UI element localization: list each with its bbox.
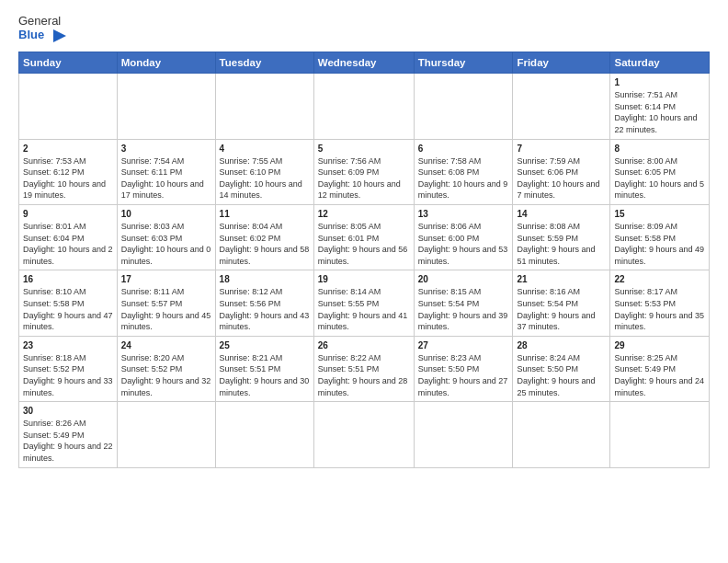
day-info: Sunrise: 8:11 AM Sunset: 5:57 PM Dayligh… (121, 286, 211, 332)
calendar-header-row: Sunday Monday Tuesday Wednesday Thursday… (19, 52, 710, 74)
day-info: Sunrise: 8:00 AM Sunset: 6:05 PM Dayligh… (614, 155, 705, 201)
day-number: 18 (220, 273, 310, 286)
table-row (117, 402, 215, 467)
calendar-week-row: 1Sunrise: 7:51 AM Sunset: 6:14 PM Daylig… (19, 74, 710, 139)
day-info: Sunrise: 7:56 AM Sunset: 6:09 PM Dayligh… (318, 155, 410, 201)
day-info: Sunrise: 8:08 AM Sunset: 5:59 PM Dayligh… (517, 221, 606, 267)
day-info: Sunrise: 7:55 AM Sunset: 6:10 PM Dayligh… (220, 155, 310, 201)
day-info: Sunrise: 8:17 AM Sunset: 5:53 PM Dayligh… (614, 286, 705, 332)
day-info: Sunrise: 8:26 AM Sunset: 5:49 PM Dayligh… (23, 418, 113, 464)
day-info: Sunrise: 8:09 AM Sunset: 5:58 PM Dayligh… (614, 221, 705, 267)
table-row: 13Sunrise: 8:06 AM Sunset: 6:00 PM Dayli… (414, 205, 513, 270)
day-number: 4 (220, 143, 310, 155)
day-info: Sunrise: 8:20 AM Sunset: 5:52 PM Dayligh… (121, 352, 211, 398)
calendar-week-row: 2Sunrise: 7:53 AM Sunset: 6:12 PM Daylig… (19, 139, 710, 204)
table-row (313, 74, 414, 139)
table-row: 14Sunrise: 8:08 AM Sunset: 5:59 PM Dayli… (513, 205, 610, 270)
svg-marker-0 (53, 29, 66, 42)
day-info: Sunrise: 8:01 AM Sunset: 6:04 PM Dayligh… (23, 221, 113, 267)
table-row: 30Sunrise: 8:26 AM Sunset: 5:49 PM Dayli… (19, 402, 118, 467)
table-row (414, 74, 513, 139)
table-row: 12Sunrise: 8:05 AM Sunset: 6:01 PM Dayli… (313, 205, 414, 270)
col-tuesday: Tuesday (215, 52, 313, 74)
day-number: 30 (23, 405, 113, 418)
day-info: Sunrise: 8:03 AM Sunset: 6:03 PM Dayligh… (121, 221, 211, 267)
col-wednesday: Wednesday (313, 52, 414, 74)
day-number: 21 (517, 273, 606, 286)
col-saturday: Saturday (610, 52, 710, 74)
day-number: 25 (220, 339, 310, 352)
table-row: 7Sunrise: 7:59 AM Sunset: 6:06 PM Daylig… (513, 139, 610, 204)
logo: General Blue (18, 15, 66, 44)
day-number: 27 (418, 339, 509, 352)
calendar-week-row: 23Sunrise: 8:18 AM Sunset: 5:52 PM Dayli… (19, 336, 710, 401)
table-row (215, 74, 313, 139)
day-info: Sunrise: 8:04 AM Sunset: 6:02 PM Dayligh… (220, 221, 310, 267)
table-row (513, 74, 610, 139)
day-info: Sunrise: 8:06 AM Sunset: 6:00 PM Dayligh… (418, 221, 509, 267)
day-info: Sunrise: 8:22 AM Sunset: 5:51 PM Dayligh… (318, 352, 410, 398)
day-number: 24 (121, 339, 211, 352)
col-friday: Friday (513, 52, 610, 74)
table-row: 11Sunrise: 8:04 AM Sunset: 6:02 PM Dayli… (215, 205, 313, 270)
table-row: 18Sunrise: 8:12 AM Sunset: 5:56 PM Dayli… (215, 270, 313, 336)
day-number: 9 (23, 208, 113, 221)
col-sunday: Sunday (19, 52, 118, 74)
table-row: 27Sunrise: 8:23 AM Sunset: 5:50 PM Dayli… (414, 336, 513, 401)
table-row (215, 402, 313, 467)
day-number: 13 (418, 208, 509, 221)
table-row: 5Sunrise: 7:56 AM Sunset: 6:09 PM Daylig… (313, 139, 414, 204)
day-info: Sunrise: 7:59 AM Sunset: 6:06 PM Dayligh… (517, 155, 606, 201)
day-info: Sunrise: 7:51 AM Sunset: 6:14 PM Dayligh… (614, 89, 705, 135)
day-number: 3 (121, 143, 211, 155)
table-row: 6Sunrise: 7:58 AM Sunset: 6:08 PM Daylig… (414, 139, 513, 204)
day-info: Sunrise: 7:53 AM Sunset: 6:12 PM Dayligh… (23, 155, 113, 201)
day-number: 19 (318, 273, 410, 286)
day-number: 29 (614, 339, 705, 352)
col-thursday: Thursday (414, 52, 513, 74)
table-row (414, 402, 513, 467)
day-number: 16 (23, 273, 113, 286)
day-info: Sunrise: 8:15 AM Sunset: 5:54 PM Dayligh… (418, 286, 509, 332)
day-info: Sunrise: 8:24 AM Sunset: 5:50 PM Dayligh… (517, 352, 606, 398)
header: General Blue (18, 15, 710, 44)
day-number: 5 (318, 143, 410, 155)
day-number: 17 (121, 273, 211, 286)
logo-text: General Blue (18, 15, 66, 44)
table-row: 15Sunrise: 8:09 AM Sunset: 5:58 PM Dayli… (610, 205, 710, 270)
day-number: 28 (517, 339, 606, 352)
day-number: 6 (418, 143, 509, 155)
table-row (313, 402, 414, 467)
calendar-table: Sunday Monday Tuesday Wednesday Thursday… (18, 52, 710, 467)
table-row: 29Sunrise: 8:25 AM Sunset: 5:49 PM Dayli… (610, 336, 710, 401)
day-number: 10 (121, 208, 211, 221)
day-info: Sunrise: 8:05 AM Sunset: 6:01 PM Dayligh… (318, 221, 410, 267)
col-monday: Monday (117, 52, 215, 74)
day-number: 2 (23, 143, 113, 155)
table-row: 2Sunrise: 7:53 AM Sunset: 6:12 PM Daylig… (19, 139, 118, 204)
table-row: 23Sunrise: 8:18 AM Sunset: 5:52 PM Dayli… (19, 336, 118, 401)
calendar-week-row: 9Sunrise: 8:01 AM Sunset: 6:04 PM Daylig… (19, 205, 710, 270)
table-row (513, 402, 610, 467)
day-info: Sunrise: 8:23 AM Sunset: 5:50 PM Dayligh… (418, 352, 509, 398)
table-row: 9Sunrise: 8:01 AM Sunset: 6:04 PM Daylig… (19, 205, 118, 270)
day-info: Sunrise: 8:14 AM Sunset: 5:55 PM Dayligh… (318, 286, 410, 332)
table-row: 17Sunrise: 8:11 AM Sunset: 5:57 PM Dayli… (117, 270, 215, 336)
day-info: Sunrise: 8:21 AM Sunset: 5:51 PM Dayligh… (220, 352, 310, 398)
table-row: 22Sunrise: 8:17 AM Sunset: 5:53 PM Dayli… (610, 270, 710, 336)
table-row: 20Sunrise: 8:15 AM Sunset: 5:54 PM Dayli… (414, 270, 513, 336)
day-number: 1 (614, 76, 705, 89)
day-number: 22 (614, 273, 705, 286)
table-row (610, 402, 710, 467)
day-number: 15 (614, 208, 705, 221)
table-row: 28Sunrise: 8:24 AM Sunset: 5:50 PM Dayli… (513, 336, 610, 401)
day-number: 11 (220, 208, 310, 221)
day-info: Sunrise: 8:18 AM Sunset: 5:52 PM Dayligh… (23, 352, 113, 398)
day-number: 12 (318, 208, 410, 221)
table-row: 4Sunrise: 7:55 AM Sunset: 6:10 PM Daylig… (215, 139, 313, 204)
table-row (19, 74, 118, 139)
table-row: 19Sunrise: 8:14 AM Sunset: 5:55 PM Dayli… (313, 270, 414, 336)
calendar-week-row: 16Sunrise: 8:10 AM Sunset: 5:58 PM Dayli… (19, 270, 710, 336)
day-number: 7 (517, 143, 606, 155)
day-info: Sunrise: 7:58 AM Sunset: 6:08 PM Dayligh… (418, 155, 509, 201)
